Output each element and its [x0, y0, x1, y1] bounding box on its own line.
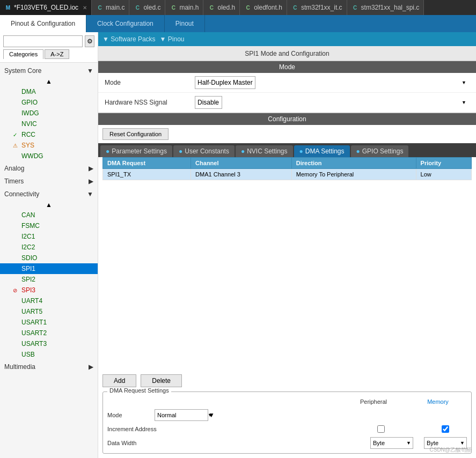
search-row: ⚙ [3, 35, 94, 47]
close-ioc-icon[interactable]: ✕ [83, 5, 87, 11]
increment-address-label: Increment Address [107, 426, 355, 432]
sidebar-item-spi2[interactable]: SPI2 [0, 274, 98, 285]
tab-stm32it-c[interactable]: C stm32f1xx_it.c [287, 0, 347, 15]
mode-section-header: Mode [98, 61, 476, 73]
sidebar-item-iwdg[interactable]: IWDG [0, 108, 98, 119]
table-row[interactable]: SPI1_TX DMA1 Channel 3 Memory To Periphe… [103, 169, 472, 180]
peripheral-checkbox[interactable] [377, 425, 385, 433]
expand-multimedia-icon: ▶ [89, 363, 93, 371]
memory-width-select[interactable]: Byte Half Word Word [424, 437, 467, 449]
cell-request: SPI1_TX [103, 169, 191, 180]
nav-tab-clock[interactable]: Clock Configuration [86, 15, 165, 32]
sidebar-item-usart2[interactable]: USART2 [0, 328, 98, 338]
filter-tab-az[interactable]: A->Z [45, 49, 69, 59]
sidebar-section-header-connectivity[interactable]: Connectivity ▼ [0, 188, 98, 200]
content-area: ⚙ Categories A->Z System Core ▼ ▲ [0, 32, 476, 458]
mode-label: Mode [105, 79, 191, 86]
nss-row: Hardware NSS Signal Disable [98, 93, 476, 113]
sidebar-section-header-timers[interactable]: Timers ▶ [0, 175, 98, 187]
nav-tabs: Pinout & Configuration Clock Configurati… [0, 15, 476, 32]
sidebar: ⚙ Categories A->Z System Core ▼ ▲ [0, 32, 98, 458]
tab-stm32spi-c[interactable]: C stm32f1xx_hal_spi.c [347, 0, 424, 15]
mode-dropdown[interactable]: Normal Circular [155, 409, 208, 421]
main-container: Pinout & Configuration Clock Configurati… [0, 15, 476, 458]
increment-address-row: Increment Address [107, 425, 467, 433]
tab-oledfont-h[interactable]: C oledfont.h [240, 0, 287, 15]
sidebar-item-gpio[interactable]: GPIO [0, 97, 98, 108]
sidebar-section-header-multimedia[interactable]: Multimedia ▶ [0, 361, 98, 373]
tab-stm32spi-c-label: stm32f1xx_hal_spi.c [361, 4, 420, 11]
check-icon-dma: ● [299, 147, 303, 155]
sidebar-item-spi1[interactable]: SPI1 [0, 263, 98, 274]
tab-oled-c[interactable]: C oled.c [129, 0, 165, 15]
tab-ioc[interactable]: M *F103VET6_OLED.ioc ✕ [0, 0, 92, 15]
sidebar-item-spi3[interactable]: ⊘ SPI3 [0, 285, 98, 296]
nav-tab-pinout2[interactable]: Pinout [165, 15, 205, 32]
tab-main-h-label: main.h [179, 4, 199, 11]
scroll-up-connectivity[interactable]: ▲ [0, 200, 98, 210]
sidebar-item-i2c2[interactable]: I2C2 [0, 242, 98, 253]
sidebar-section-header-analog[interactable]: Analog ▶ [0, 162, 98, 174]
mode-select-wrapper: Half-Duplex Master [195, 76, 470, 89]
config-tabs: ● Parameter Settings ● User Constants ● … [98, 143, 476, 157]
peripheral-width-select-wrapper: Byte Half Word Word [370, 437, 413, 449]
sidebar-item-usb[interactable]: USB [0, 349, 98, 360]
mode-select[interactable]: Half-Duplex Master [195, 76, 255, 89]
config-tab-gpio[interactable]: ● GPIO Settings [351, 145, 409, 157]
config-section-header: Configuration [98, 113, 476, 125]
oledfont-h-icon: C [244, 4, 252, 11]
check-icon-nvic: ● [241, 147, 245, 155]
sidebar-top: ⚙ Categories A->Z [0, 32, 98, 63]
nss-select-wrapper: Disable [195, 96, 470, 109]
sidebar-section-header-system-core[interactable]: System Core ▼ [0, 65, 98, 77]
tab-main-h[interactable]: C main.h [165, 0, 203, 15]
sidebar-item-uart5[interactable]: UART5 [0, 306, 98, 317]
sidebar-item-i2c1[interactable]: I2C1 [0, 231, 98, 242]
gear-button[interactable]: ⚙ [85, 35, 94, 47]
col-header-channel: Channel [191, 158, 292, 169]
sidebar-item-usart1[interactable]: USART1 [0, 317, 98, 328]
nav-tab-pinout[interactable]: Pinout & Configuration [0, 15, 86, 32]
config-tab-param[interactable]: ● Parameter Settings [100, 145, 172, 157]
stm32spi-c-icon: C [351, 4, 359, 11]
main-h-icon: C [170, 4, 177, 11]
sidebar-item-sys[interactable]: ⚠ SYS [0, 140, 98, 151]
col-header-direction: Direction [291, 158, 416, 169]
sub-nav-software-packs[interactable]: ▼ Software Packs [102, 35, 156, 43]
config-tab-dma[interactable]: ● DMA Settings [294, 145, 350, 157]
data-width-label: Data Width [107, 440, 366, 446]
sidebar-item-uart4[interactable]: UART4 [0, 296, 98, 306]
add-button[interactable]: Add [102, 374, 136, 387]
config-section: Configuration Reset Configuration ● Para… [98, 113, 476, 458]
mode-dropdown-wrapper: Normal Circular ▼ [155, 409, 215, 421]
filter-tab-categories[interactable]: Categories [3, 49, 43, 59]
nss-select[interactable]: Disable [195, 96, 222, 109]
sidebar-item-can[interactable]: CAN [0, 210, 98, 220]
cell-priority: Low [416, 169, 471, 180]
data-width-row: Data Width Byte Half Word Word [107, 437, 467, 449]
sub-nav-pinout[interactable]: ▼ Pinou [160, 35, 185, 43]
sidebar-item-wwdg[interactable]: WWDG [0, 151, 98, 161]
dma-settings-box: DMA Request Settings Peripheral Memory M… [102, 391, 472, 454]
config-tab-nvic[interactable]: ● NVIC Settings [236, 145, 293, 157]
sidebar-item-dma[interactable]: DMA [0, 86, 98, 97]
search-input[interactable] [3, 35, 83, 47]
delete-button[interactable]: Delete [141, 374, 182, 387]
tab-oled-h[interactable]: C oled.h [203, 0, 240, 15]
tab-main-c[interactable]: C main.c [92, 0, 129, 15]
checkbox-group [360, 425, 467, 433]
scroll-up-system-core[interactable]: ▲ [0, 77, 98, 86]
sidebar-item-nvic[interactable]: NVIC [0, 119, 98, 129]
sidebar-item-rcc[interactable]: ✓ RCC [0, 129, 98, 140]
col-headers-row: Peripheral Memory [107, 398, 467, 405]
expand-timers-icon: ▶ [89, 178, 93, 185]
sidebar-section-analog: Analog ▶ [0, 162, 98, 174]
sidebar-item-sdio[interactable]: SDIO [0, 253, 98, 263]
sidebar-item-usart3[interactable]: USART3 [0, 338, 98, 349]
sidebar-item-fsmc[interactable]: FSMC [0, 220, 98, 231]
reset-config-button[interactable]: Reset Configuration [102, 128, 169, 140]
config-tab-user[interactable]: ● User Constants [173, 145, 235, 157]
peripheral-width-select[interactable]: Byte Half Word Word [370, 437, 413, 449]
memory-width-select-wrapper: Byte Half Word Word [424, 437, 467, 449]
memory-checkbox[interactable] [442, 425, 449, 433]
